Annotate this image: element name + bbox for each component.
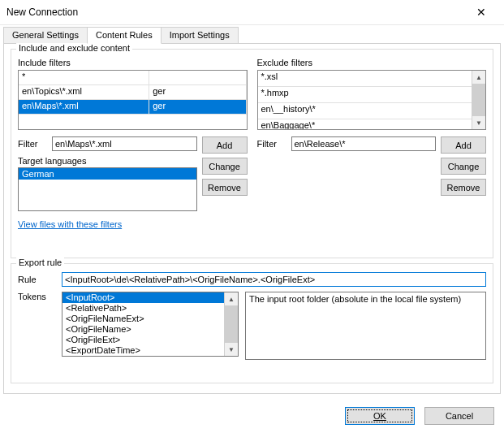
list-item[interactable]: <OrigFileNameExt> xyxy=(62,314,225,324)
token-description: The input root folder (absolute in the l… xyxy=(245,292,486,360)
target-languages-label: Target languages xyxy=(18,156,197,166)
close-icon[interactable]: ✕ xyxy=(465,6,498,19)
include-title: Include filters xyxy=(18,58,248,67)
include-filter-input[interactable] xyxy=(52,136,197,151)
list-item[interactable]: <OrigFileExt> xyxy=(62,335,225,345)
tab-content-rules[interactable]: Content Rules xyxy=(87,27,162,44)
include-grid[interactable]: * en\Topics\*.xml ger en\Maps\*.xml ger xyxy=(18,70,248,130)
scrollbar-track[interactable] xyxy=(225,305,238,343)
rule-input[interactable] xyxy=(62,272,486,287)
list-item[interactable]: en\__history\* xyxy=(258,103,473,119)
tab-strip: General Settings Content Rules Import Se… xyxy=(0,25,504,43)
tab-page: Include and exclude content Include filt… xyxy=(3,43,501,394)
list-item[interactable]: <InputRoot> xyxy=(62,292,225,303)
ok-button[interactable]: OK xyxy=(345,407,415,425)
tokens-list[interactable]: <InputRoot> <RelativePath> <OrigFileName… xyxy=(62,292,239,357)
exclude-title: Exclude filters xyxy=(257,58,487,67)
filter-label: Filter xyxy=(257,139,286,149)
tab-general[interactable]: General Settings xyxy=(3,27,88,43)
include-exclude-group: Include and exclude content Include filt… xyxy=(11,49,493,258)
scrollbar-track[interactable] xyxy=(472,84,485,116)
exclude-change-button[interactable]: Change xyxy=(441,158,486,175)
tokens-label: Tokens xyxy=(18,292,55,360)
list-item[interactable]: <RelativePath> xyxy=(62,303,225,314)
tab-import[interactable]: Import Settings xyxy=(161,27,239,43)
exclude-add-button[interactable]: Add xyxy=(441,136,486,154)
exclude-filter-input[interactable] xyxy=(291,136,437,151)
export-rule-group: Export rule Rule Tokens <InputRoot> <Rel… xyxy=(11,263,493,383)
list-item[interactable]: en\Baggage\* xyxy=(258,119,473,130)
rule-label: Rule xyxy=(18,275,55,284)
exclude-column: Exclude filters *.xsl *.hmxp en\__histor… xyxy=(257,56,487,211)
cancel-button[interactable]: Cancel xyxy=(424,407,494,425)
window-title: New Connection xyxy=(6,6,465,18)
titlebar: New Connection ✕ xyxy=(0,0,504,25)
list-item[interactable]: <ExportDateTime> xyxy=(62,345,225,356)
chevron-up-icon[interactable]: ▲ xyxy=(225,292,238,305)
dialog-window: New Connection ✕ General Settings Conten… xyxy=(0,0,504,433)
chevron-down-icon[interactable]: ▼ xyxy=(472,116,485,129)
export-rule-title: Export rule xyxy=(16,258,64,267)
dialog-buttons: OK Cancel xyxy=(345,407,494,425)
scrollbar[interactable]: ▲ ▼ xyxy=(224,292,238,356)
list-item[interactable]: <OrigFileName> xyxy=(62,324,225,335)
table-row[interactable]: * xyxy=(19,71,247,85)
chevron-up-icon[interactable]: ▲ xyxy=(472,71,485,84)
table-row[interactable]: en\Topics\*.xml ger xyxy=(19,85,247,100)
view-files-link[interactable]: View files with these filters xyxy=(18,219,122,229)
include-change-button[interactable]: Change xyxy=(202,158,248,175)
chevron-down-icon[interactable]: ▼ xyxy=(225,343,238,356)
list-item[interactable]: *.xsl xyxy=(258,71,473,87)
group-title: Include and exclude content xyxy=(16,43,132,53)
include-add-button[interactable]: Add xyxy=(202,136,248,154)
target-languages-list[interactable]: German xyxy=(18,167,197,211)
table-row[interactable]: en\Maps\*.xml ger xyxy=(19,100,247,115)
scrollbar[interactable]: ▲ ▼ xyxy=(472,71,485,129)
list-item[interactable]: *.hmxp xyxy=(258,87,473,103)
filter-label: Filter xyxy=(18,139,47,149)
include-remove-button[interactable]: Remove xyxy=(202,179,248,196)
include-column: Include filters * en\Topics\*.xml ger en… xyxy=(18,56,248,211)
exclude-remove-button[interactable]: Remove xyxy=(441,179,486,196)
list-item[interactable]: German xyxy=(19,168,196,180)
exclude-grid[interactable]: *.xsl *.hmxp en\__history\* en\Baggage\*… xyxy=(257,70,487,130)
